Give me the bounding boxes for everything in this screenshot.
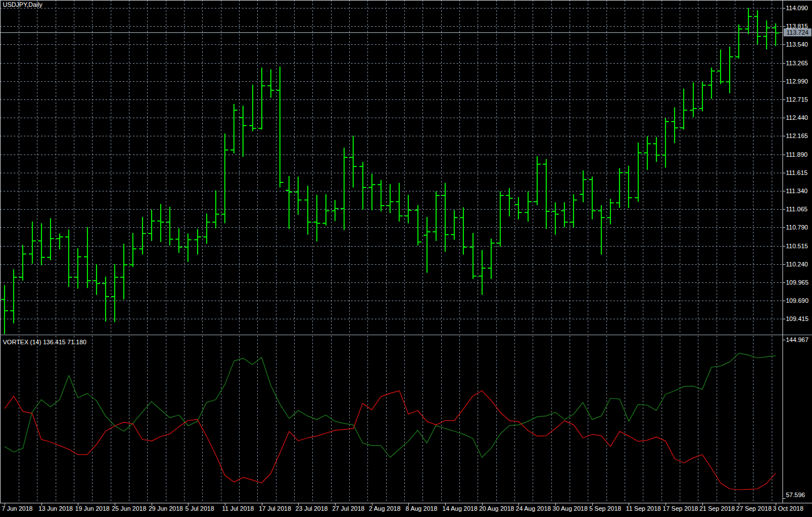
- date-tick-label: 14 Aug 2018: [442, 505, 478, 512]
- price-tick-label: 112.165: [786, 132, 808, 140]
- price-tick-label: 109.690: [786, 297, 809, 305]
- chart-window: USDJPY,Daily VORTEX (14) 136.415 71.180 …: [0, 0, 812, 517]
- price-tick-label: 112.990: [786, 78, 808, 85]
- date-tick-label: 2 Aug 2018: [369, 505, 401, 512]
- date-tick-label: 3 Oct 2018: [773, 505, 803, 512]
- date-tick-label: 19 Jun 2018: [75, 505, 110, 512]
- indicator-axis-max: 144.967: [786, 336, 809, 344]
- date-tick-label: 5 Jul 2018: [185, 505, 214, 512]
- date-tick-label: 21 Sep 2018: [700, 505, 735, 512]
- date-tick-label: 23 Jul 2018: [295, 505, 328, 512]
- date-tick-label: 30 Aug 2018: [553, 505, 588, 512]
- date-tick-label: 5 Sep 2018: [589, 505, 621, 512]
- price-tick-label: 111.065: [786, 206, 807, 213]
- price-tick-label: 112.715: [786, 96, 808, 103]
- price-tick-label: 113.265: [786, 60, 808, 67]
- date-tick-label: 11 Jul 2018: [222, 505, 254, 512]
- date-tick-label: 8 Aug 2018: [405, 505, 437, 512]
- price-tick-label: 110.515: [786, 243, 808, 250]
- price-tick-label: 111.340: [786, 187, 807, 195]
- symbol-timeframe-label: USDJPY,Daily: [3, 1, 43, 9]
- price-tick-label: 114.090: [786, 5, 808, 12]
- date-tick-label: 29 Jun 2018: [149, 505, 183, 512]
- indicator-axis-min: 57.596: [786, 491, 805, 499]
- price-tick-label: 112.440: [786, 114, 808, 122]
- price-tick-label: 110.240: [786, 261, 808, 268]
- date-tick-label: 11 Sep 2018: [626, 505, 661, 512]
- price-tick-label: 113.540: [786, 41, 808, 48]
- chart-svg: [0, 0, 812, 517]
- price-tick-label: 109.965: [786, 279, 809, 286]
- current-price-badge: 113.724: [784, 28, 811, 36]
- date-tick-label: 27 Jul 2018: [332, 505, 365, 512]
- date-tick-label: 24 Aug 2018: [516, 505, 551, 512]
- chart-canvas[interactable]: [0, 0, 812, 517]
- date-tick-label: 20 Aug 2018: [479, 505, 514, 512]
- price-tick-label: 110.790: [786, 224, 808, 231]
- date-tick-label: 25 Jun 2018: [112, 505, 147, 512]
- date-tick-label: 17 Jul 2018: [259, 505, 291, 512]
- date-tick-label: 17 Sep 2018: [663, 505, 698, 512]
- date-tick-label: 7 Jun 2018: [2, 505, 32, 512]
- price-tick-label: 111.615: [786, 169, 807, 177]
- date-tick-label: 13 Jun 2018: [39, 505, 73, 512]
- date-tick-label: 27 Sep 2018: [736, 505, 771, 512]
- indicator-label: VORTEX (14) 136.415 71.180: [3, 339, 86, 346]
- price-tick-label: 109.415: [786, 315, 809, 323]
- price-tick-label: 111.890: [786, 151, 807, 159]
